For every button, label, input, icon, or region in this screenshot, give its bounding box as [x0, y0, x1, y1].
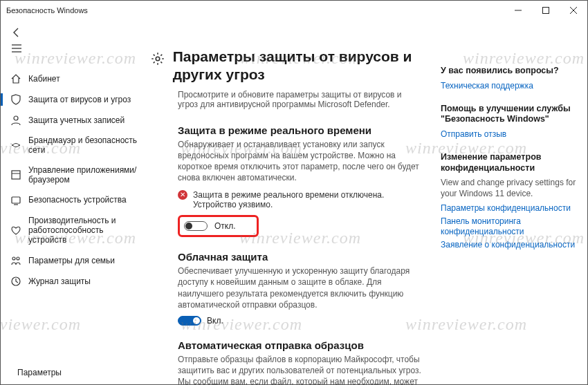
svg-rect-12 — [12, 197, 20, 203]
sidebar-item-virus-protection[interactable]: Защита от вирусов и угроз — [1, 89, 146, 110]
settings-gear-icon — [151, 52, 165, 68]
rg-desc: View and change privacy settings for you… — [441, 178, 578, 199]
section-samples: Автоматическая отправка образцов Отправь… — [146, 334, 423, 385]
link-privacy-statement[interactable]: Заявление о конфиденциальности — [441, 240, 578, 250]
realtime-desc: Обнаруживает и останавливает установку и… — [178, 139, 423, 184]
link-support[interactable]: Техническая поддержка — [441, 81, 578, 91]
sidebar-item-label: Безопасность устройства — [28, 195, 139, 205]
rg-title: У вас появились вопросы? — [441, 66, 578, 77]
cloud-desc: Обеспечивает улучшенную и ускоренную защ… — [178, 265, 423, 310]
section-realtime: Защита в режиме реального времени Обнару… — [146, 119, 423, 246]
sidebar-item-label: Защита учетных записей — [28, 115, 139, 125]
sidebar-item-app-browser[interactable]: Управление приложениями/браузером — [1, 160, 146, 190]
right-group-privacy: Изменение параметров конфиденциальности … — [441, 152, 578, 250]
app-control-icon — [10, 169, 21, 180]
home-icon — [10, 73, 21, 84]
close-button[interactable] — [560, 1, 587, 20]
cloud-toggle-state: Вкл. — [207, 316, 223, 326]
realtime-toggle[interactable] — [184, 221, 208, 231]
page-title: Параметры защиты от вирусов и других угр… — [173, 48, 427, 84]
minimize-button[interactable] — [504, 1, 532, 20]
right-pane: У вас появились вопросы? Техническая под… — [435, 45, 587, 384]
cloud-toggle[interactable] — [178, 316, 201, 326]
samples-desc: Отправьте образцы файлов в корпорацию Ма… — [178, 354, 423, 385]
titlebar: Безопасность Windows — [1, 1, 587, 20]
window-controls — [504, 1, 587, 20]
sidebar-footer-label: Параметры — [17, 368, 62, 377]
sidebar-item-label: Производительность и работоспособность у… — [28, 216, 139, 245]
maximize-button[interactable] — [532, 1, 560, 20]
sidebar-item-label: Брандмауэр и безопасность сети — [28, 135, 139, 156]
sidebar: Кабинет Защита от вирусов и угроз Защита… — [1, 45, 146, 384]
svg-rect-1 — [543, 8, 549, 14]
account-icon — [10, 115, 21, 126]
device-security-icon — [10, 195, 21, 206]
sidebar-footer-settings[interactable]: Параметры — [1, 362, 146, 384]
sidebar-item-label: Защита от вирусов и угроз — [28, 95, 139, 104]
rg-title: Помощь в улучшении службы "Безопасность … — [441, 104, 578, 125]
sidebar-item-firewall[interactable]: Брандмауэр и безопасность сети — [1, 131, 146, 160]
sidebar-item-account-protection[interactable]: Защита учетных записей — [1, 110, 146, 131]
section-cloud: Облачная защита Обеспечивает улучшенную … — [146, 245, 423, 334]
heart-icon — [10, 225, 21, 236]
content-area: Параметры защиты от вирусов и других угр… — [146, 45, 435, 384]
realtime-heading: Защита в режиме реального времени — [178, 124, 423, 136]
link-feedback[interactable]: Отправить отзыв — [441, 129, 578, 140]
sidebar-item-protection-history[interactable]: Журнал защиты — [1, 271, 146, 292]
sidebar-item-device-health[interactable]: Производительность и работоспособность у… — [1, 211, 146, 250]
rg-title: Изменение параметров конфиденциальности — [441, 152, 578, 173]
svg-point-14 — [12, 257, 15, 260]
page-subtitle: Просмотрите и обновите параметры защиты … — [146, 84, 409, 119]
realtime-warning: ✕ Защита в режиме реального времени откл… — [178, 190, 423, 209]
realtime-warning-text: Защита в режиме реального времени отключ… — [193, 190, 423, 209]
shield-icon — [10, 94, 21, 105]
right-group-questions: У вас появились вопросы? Техническая под… — [441, 66, 578, 91]
sidebar-item-label: Кабинет — [28, 74, 139, 84]
realtime-toggle-highlight: Откл. — [178, 215, 259, 237]
realtime-toggle-state: Откл. — [214, 221, 236, 231]
right-group-improve: Помощь в улучшении службы "Безопасность … — [441, 104, 578, 140]
svg-point-15 — [17, 257, 19, 260]
family-icon — [10, 255, 21, 266]
sidebar-item-label: Управление приложениями/браузером — [28, 165, 139, 185]
sidebar-item-family[interactable]: Параметры для семьи — [1, 250, 146, 271]
svg-point-7 — [14, 116, 18, 120]
hamburger-menu-icon[interactable] — [10, 42, 23, 55]
svg-rect-10 — [12, 171, 20, 179]
sidebar-item-label: Параметры для семьи — [28, 256, 139, 265]
svg-point-18 — [156, 57, 160, 61]
samples-heading: Автоматическая отправка образцов — [178, 339, 423, 351]
cloud-heading: Облачная защита — [178, 251, 423, 263]
back-button[interactable] — [10, 26, 23, 39]
error-icon: ✕ — [178, 190, 187, 200]
history-icon — [10, 276, 21, 287]
sidebar-item-device-security[interactable]: Безопасность устройства — [1, 190, 146, 211]
link-privacy-settings[interactable]: Параметры конфиденциальности — [441, 203, 578, 214]
sidebar-item-label: Журнал защиты — [28, 276, 139, 286]
sidebar-item-home[interactable]: Кабинет — [1, 68, 146, 89]
window-title: Безопасность Windows — [6, 6, 88, 15]
toolbar — [1, 20, 587, 45]
link-privacy-dashboard[interactable]: Панель мониторинга конфиденциальности — [441, 216, 578, 237]
firewall-icon — [10, 140, 21, 151]
